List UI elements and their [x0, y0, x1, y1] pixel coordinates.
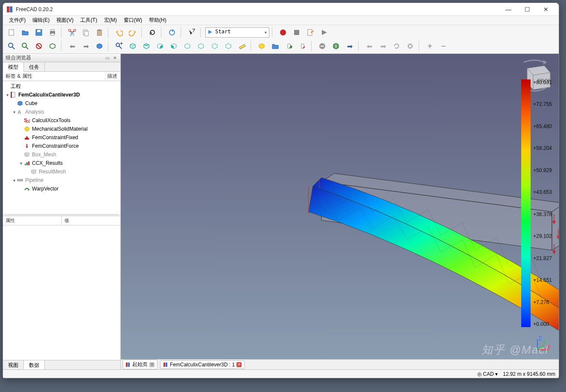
- tree-item[interactable]: FemConstraintFixed: [3, 133, 120, 142]
- whatsthis-button[interactable]: ?: [186, 26, 198, 38]
- menu-help[interactable]: 帮助(H): [146, 16, 170, 25]
- forward-button[interactable]: ➡: [80, 40, 92, 52]
- menu-window[interactable]: 窗口(W): [120, 16, 146, 25]
- svg-text:A: A: [18, 109, 21, 115]
- paste-button[interactable]: [93, 26, 105, 38]
- macro-play-button[interactable]: [318, 26, 330, 38]
- refresh2-button[interactable]: [166, 26, 178, 38]
- nav-forward-button[interactable]: ➡: [344, 40, 356, 52]
- close-icon[interactable]: ✕: [149, 362, 155, 367]
- menu-file[interactable]: 文件(F): [6, 16, 29, 25]
- close-button[interactable]: ✕: [537, 3, 555, 15]
- mesh-icon: [30, 168, 37, 175]
- nav-stop-button[interactable]: [404, 40, 416, 52]
- tree-item[interactable]: Cube: [3, 99, 120, 108]
- group-button[interactable]: [269, 40, 281, 52]
- tree-item[interactable]: ▾AAnalysis: [3, 108, 120, 116]
- fit-selection-button[interactable]: [19, 40, 31, 52]
- tab-tasks[interactable]: 任务: [24, 62, 45, 71]
- menu-edit[interactable]: 编辑(E): [29, 16, 53, 25]
- panel-undock-button[interactable]: ▭: [104, 55, 110, 61]
- right-view-button[interactable]: [154, 40, 166, 52]
- doc-tab-start[interactable]: 起始页 ✕: [123, 360, 158, 369]
- tree-root[interactable]: 工程: [3, 82, 120, 91]
- front-view-button[interactable]: [127, 40, 139, 52]
- nav-reload-button[interactable]: [391, 40, 403, 52]
- svg-line-23: [37, 44, 41, 48]
- draw-style-button[interactable]: [33, 40, 45, 52]
- macro-stop-button[interactable]: [291, 26, 303, 38]
- workbench-selector[interactable]: ▶ Start: [205, 27, 269, 38]
- measure-button[interactable]: [236, 40, 248, 52]
- macro-record-button[interactable]: [277, 26, 289, 38]
- tree-item[interactable]: MechanicalSolidMaterial: [3, 125, 120, 133]
- solver-icon: Solv: [23, 117, 30, 124]
- zoom-in-button[interactable]: +: [424, 40, 436, 52]
- rotate-right-button[interactable]: [222, 40, 234, 52]
- legend-tick: +43.653: [533, 189, 552, 195]
- print-button[interactable]: [47, 26, 58, 38]
- zoom-out-button[interactable]: −: [438, 40, 449, 52]
- panel-close-button[interactable]: ✕: [112, 55, 118, 61]
- legend-gradient-icon: [521, 79, 531, 327]
- nav-back2-button[interactable]: ⬅: [363, 40, 375, 52]
- tab-view[interactable]: 视图: [3, 360, 24, 369]
- legend-tick: +58.204: [533, 145, 552, 151]
- save-button[interactable]: [33, 26, 45, 38]
- maximize-button[interactable]: ☐: [518, 3, 537, 15]
- menu-tools[interactable]: 工具(T): [77, 16, 100, 25]
- tree-item[interactable]: SolvCalculiXccxTools: [3, 116, 120, 125]
- stop-loading-button[interactable]: [316, 40, 328, 52]
- tree-item[interactable]: Box_Mesh: [3, 150, 120, 159]
- top-view-button[interactable]: [140, 40, 152, 52]
- material-icon: [23, 126, 30, 132]
- menu-view[interactable]: 视图(V): [53, 16, 77, 25]
- tree-item[interactable]: WarpVector: [3, 184, 120, 193]
- link-make-button[interactable]: [283, 40, 295, 52]
- bottom-view-button[interactable]: [181, 40, 193, 52]
- minimize-button[interactable]: —: [499, 3, 518, 15]
- fit-all-button[interactable]: [6, 40, 18, 52]
- svg-point-24: [116, 43, 120, 47]
- undo-button[interactable]: [113, 26, 125, 38]
- bounding-box-button[interactable]: [47, 40, 58, 52]
- svg-rect-6: [51, 29, 54, 31]
- app-logo-icon: [6, 6, 13, 13]
- color-legend: +80.031+72.755+65.480+58.204+50.929+43.6…: [521, 79, 552, 327]
- model-tree[interactable]: 工程 ▾FemCalculixCantilever3DCube▾AAnalysi…: [3, 81, 120, 214]
- link-actions-button[interactable]: [93, 40, 105, 52]
- tree-item[interactable]: ▾Pipeline: [3, 176, 120, 184]
- svg-rect-9: [85, 31, 88, 36]
- 3d-viewport[interactable]: FRONT +80.031+72.755+65.480+58.204+50.92…: [121, 54, 559, 369]
- part-button[interactable]: [256, 40, 268, 52]
- svg-rect-40: [25, 138, 29, 140]
- menu-macro[interactable]: 宏(M): [101, 16, 120, 25]
- doc-tab-document[interactable]: FemCalculixCantilever3D : 1 ✕: [160, 360, 245, 369]
- tab-model[interactable]: 模型: [3, 62, 24, 72]
- tree-item[interactable]: ▾CCX_Results: [3, 159, 120, 167]
- open-file-button[interactable]: [19, 26, 31, 38]
- macro-edit-button[interactable]: [304, 26, 316, 38]
- copy-button[interactable]: [80, 26, 92, 38]
- new-file-button[interactable]: [6, 26, 18, 38]
- left-view-button[interactable]: [195, 40, 207, 52]
- redo-button[interactable]: [127, 26, 139, 38]
- rotate-left-button[interactable]: [209, 40, 221, 52]
- rear-view-button[interactable]: [168, 40, 180, 52]
- tree-item[interactable]: ResultMesh: [3, 167, 120, 176]
- warp-icon: [23, 185, 30, 192]
- back-button[interactable]: ⬅: [66, 40, 78, 52]
- close-icon[interactable]: ✕: [236, 362, 242, 367]
- cut-button[interactable]: ✂️: [66, 26, 78, 38]
- nav-style-indicator[interactable]: ◎ CAD ▾: [477, 371, 498, 377]
- tree-item[interactable]: FemConstraintForce: [3, 142, 120, 150]
- browser-button[interactable]: [330, 40, 342, 52]
- refresh-button[interactable]: [146, 26, 158, 38]
- svg-line-21: [26, 47, 28, 49]
- nav-forward2-button[interactable]: ➡: [377, 40, 389, 52]
- isometric-button[interactable]: +: [113, 40, 125, 52]
- tree-item[interactable]: ▾FemCalculixCantilever3D: [3, 91, 120, 99]
- link-make-relative-button[interactable]: [297, 40, 309, 52]
- tab-data[interactable]: 数据: [24, 360, 45, 369]
- property-grid: [3, 225, 120, 360]
